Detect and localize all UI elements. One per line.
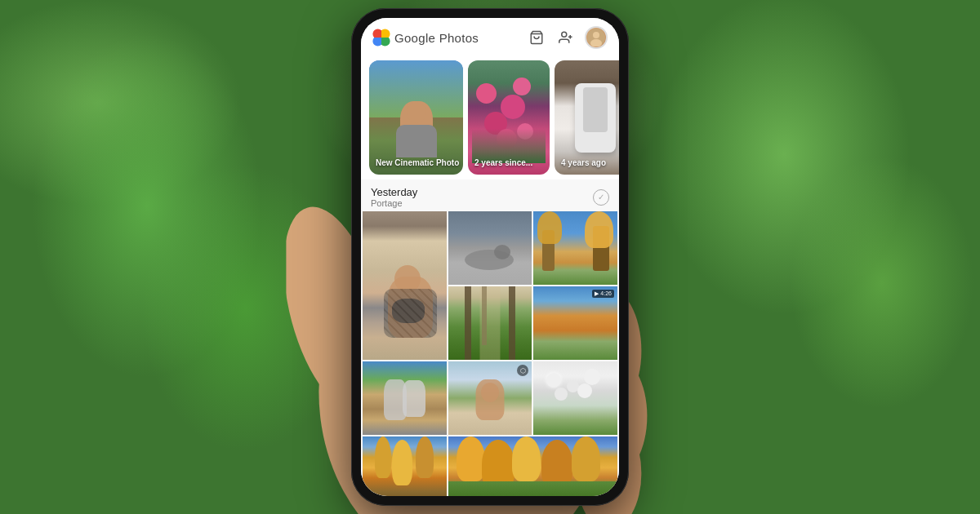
section-date: Yesterday xyxy=(371,186,417,198)
motion-photo-badge: ⬡ xyxy=(517,365,528,376)
header-actions xyxy=(526,26,608,49)
memory-card-2years[interactable]: 2 years since... xyxy=(468,60,550,175)
people-button[interactable] xyxy=(555,27,577,48)
store-button[interactable] xyxy=(526,27,547,48)
section-location: Portage xyxy=(371,198,417,208)
app-logo: Google Photos xyxy=(372,29,479,47)
photo-cell[interactable]: ⬡ xyxy=(448,361,532,435)
google-photos-icon xyxy=(372,29,390,47)
memory-card-cinematic[interactable]: New Cinematic Photo xyxy=(369,60,463,175)
photo-cell[interactable] xyxy=(363,361,447,435)
section-header: Yesterday Portage ✓ xyxy=(361,179,619,210)
memory-card-4years[interactable]: 4 years ago xyxy=(555,60,619,175)
user-avatar[interactable] xyxy=(585,26,608,49)
photo-cell[interactable] xyxy=(533,211,617,285)
memory-label-3: 4 years ago xyxy=(561,158,619,168)
memory-label-2: 2 years since... xyxy=(474,158,546,168)
app-header: Google Photos xyxy=(361,18,619,55)
photo-cell[interactable] xyxy=(448,286,532,360)
photo-grid: ▶ 4:26 ⬡ xyxy=(361,210,619,496)
phone-wrapper: Google Photos xyxy=(351,8,629,506)
phone-screen: Google Photos xyxy=(361,18,619,496)
photo-cell[interactable] xyxy=(363,436,447,496)
memory-label-1: New Cinematic Photo xyxy=(376,158,460,168)
photo-cell[interactable] xyxy=(448,211,532,285)
app-title: Google Photos xyxy=(394,31,479,45)
photo-cell[interactable]: ▶ 4:26 xyxy=(533,286,617,360)
photo-cell[interactable] xyxy=(533,361,617,435)
phone-device: Google Photos xyxy=(351,8,629,506)
memories-strip: New Cinematic Photo 2 y xyxy=(361,55,619,179)
photo-cell[interactable] xyxy=(363,211,447,360)
video-duration-badge: ▶ 4:26 xyxy=(592,290,614,298)
svg-point-14 xyxy=(593,32,599,38)
select-all-button[interactable]: ✓ xyxy=(593,189,609,206)
photo-cell[interactable] xyxy=(448,436,617,496)
section-info: Yesterday Portage xyxy=(371,186,417,208)
svg-point-10 xyxy=(562,32,567,37)
